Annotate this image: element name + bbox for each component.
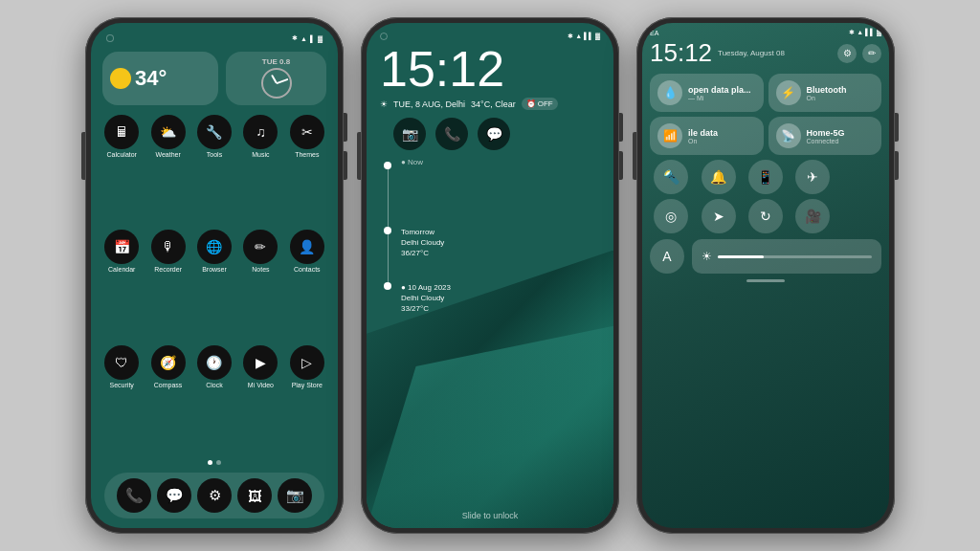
phone-home: ✱ ▲ ▌ ▓ 34° TUE 0.8 (85, 17, 344, 534)
timeline-line-2 (388, 234, 389, 282)
eye-comfort-toggle[interactable]: ◎ (654, 199, 688, 233)
brightness-control[interactable]: ☀ (692, 239, 881, 274)
brightness-icon: ☀ (702, 250, 712, 263)
app-compass[interactable]: 🧭 Compass (146, 345, 189, 454)
cc-date-display: Tuesday, August 08 (718, 49, 832, 57)
app-themes[interactable]: ✂ Themes (286, 115, 328, 224)
phone-control-center: EA ✱ ▲ ▌▌ ▓ 15:12 Tuesday, August 08 ⚙ ✏… (636, 17, 895, 534)
app-contacts[interactable]: 👤 Contacts (286, 230, 328, 339)
location-toggle[interactable]: ➤ (702, 199, 736, 233)
tomorrow-label: Tomorrow (401, 227, 600, 237)
flashlight-toggle[interactable]: 🔦 (654, 160, 688, 194)
app-recorder-label: Recorder (154, 266, 182, 274)
cc-time-row: 15:12 Tuesday, August 08 ⚙ ✏ (650, 38, 881, 68)
music-icon: ♫ (243, 115, 278, 149)
lock-date: TUE, 8 AUG, Delhi (393, 99, 465, 109)
dock-messages[interactable]: 💬 (157, 478, 191, 513)
bluetooth-tile[interactable]: ⚡ Bluetooth On (768, 74, 882, 112)
app-clock[interactable]: 🕐 Clock (193, 345, 235, 454)
lock-message-btn[interactable]: 💬 (478, 118, 510, 150)
data-tile[interactable]: 💧 open data pla... — Mi (650, 74, 764, 112)
mobile-data-tile[interactable]: 📶 ile data On (650, 117, 764, 155)
airplane-mode-toggle[interactable]: ✈ (795, 160, 830, 194)
lock-weather: 34°C, Clear (471, 99, 516, 109)
lock-phone-btn[interactable]: 📞 (435, 118, 468, 150)
timeline-line (388, 169, 389, 227)
dock-camera[interactable]: 📷 (278, 478, 312, 513)
wifi-status: Connected (807, 138, 845, 144)
toggle-spacer (839, 160, 874, 194)
do-not-disturb-toggle[interactable]: 🔔 (702, 160, 736, 194)
bluetooth-tile-name: Bluetooth (807, 85, 847, 95)
lock-screen: ✱ ▲ ▌▌ ▓ 15:12 ☀ TUE, 8 AUG, Delhi 34°C,… (367, 23, 613, 528)
alarm-indicator: ⏰ OFF (522, 98, 558, 110)
timeline-now-label: ● Now (401, 158, 423, 166)
app-music-label: Music (252, 151, 269, 159)
font-a-label: A (662, 249, 671, 264)
dock-gallery[interactable]: 🖼 (237, 478, 272, 513)
cc-status-icons: ✱ ▲ ▌▌ ▓ (849, 29, 881, 36)
lock-camera-cutout (380, 33, 388, 40)
edit-button[interactable]: ✏ (862, 44, 881, 63)
tomorrow-loc: Delhi Cloudy (401, 237, 600, 248)
play-store-icon: ▷ (290, 345, 324, 380)
app-recorder[interactable]: 🎙 Recorder (146, 230, 189, 339)
mobile-data-sub: On (688, 138, 718, 144)
wifi-tile[interactable]: 📡 Home-5G Connected (768, 117, 882, 155)
alarm-icon: ⏰ (526, 99, 536, 108)
app-mi-video[interactable]: ▶ Mi Video (239, 345, 281, 454)
notes-icon: ✏ (243, 230, 278, 264)
screen-mirror-toggle[interactable]: 📱 (748, 160, 783, 194)
themes-icon: ✂ (290, 115, 324, 149)
app-calendar[interactable]: 📅 Calendar (100, 230, 143, 339)
dock-settings[interactable]: ⚙ (197, 478, 232, 513)
battery-icon: ▓ (318, 35, 323, 42)
security-icon: 🛡 (104, 345, 139, 380)
camera-cutout (106, 34, 114, 42)
mobile-data-name: ile data (688, 128, 718, 138)
app-tools-label: Tools (207, 151, 222, 159)
home-indicator[interactable] (746, 279, 785, 282)
auto-rotate-toggle[interactable]: ↻ (748, 199, 783, 233)
toggles-row-2: ◎ ➤ ↻ 🎥 (650, 199, 881, 233)
app-calculator-label: Calculator (106, 151, 137, 159)
sun-icon (110, 68, 131, 89)
mobile-data-icon: 📶 (657, 123, 682, 148)
app-play-store[interactable]: ▷ Play Store (286, 345, 328, 454)
timeline-aug10-dot (384, 282, 391, 290)
clock-widget[interactable]: TUE 0.8 (226, 52, 326, 105)
sun-small-icon: ☀ (380, 99, 388, 109)
alarm-status: OFF (538, 99, 553, 108)
screen-record-toggle[interactable]: 🎥 (795, 199, 830, 233)
lock-quick-apps: 📷 📞 💬 (393, 118, 587, 150)
app-security-label: Security (110, 382, 134, 389)
contacts-icon: 👤 (290, 230, 324, 264)
app-tools[interactable]: 🔧 Tools (193, 115, 235, 224)
app-music[interactable]: ♫ Music (239, 115, 281, 224)
mi-video-icon: ▶ (243, 345, 278, 380)
recorder-icon: 🎙 (151, 230, 186, 264)
wifi-tile-text: Home-5G Connected (807, 128, 845, 144)
control-center-screen: EA ✱ ▲ ▌▌ ▓ 15:12 Tuesday, August 08 ⚙ ✏… (642, 23, 889, 528)
dock-phone[interactable]: 📞 (117, 478, 151, 513)
settings-gear-button[interactable]: ⚙ (837, 44, 857, 63)
bluetooth-tile-icon: ⚡ (776, 80, 801, 105)
app-notes[interactable]: ✏ Notes (239, 230, 281, 339)
bluetooth-tile-sub: On (807, 95, 847, 101)
weather-widget[interactable]: 34° (102, 52, 218, 105)
slide-to-unlock[interactable]: Slide to unlock (367, 511, 613, 528)
app-weather[interactable]: ⛅ Weather (146, 115, 189, 224)
compass-icon: 🧭 (151, 345, 186, 380)
lock-camera-btn[interactable]: 📷 (393, 118, 426, 150)
font-button[interactable]: A (650, 239, 684, 274)
app-calculator[interactable]: 🖩 Calculator (100, 115, 143, 224)
bluetooth-tile-text: Bluetooth On (807, 85, 847, 101)
minute-hand (276, 77, 288, 83)
cc-bottom-row: A ☀ (650, 239, 881, 274)
app-mi-video-label: Mi Video (248, 382, 274, 389)
cc-user-initials: EA (650, 30, 658, 36)
data-tile-text: open data pla... — Mi (688, 85, 751, 101)
app-security[interactable]: 🛡 Security (100, 345, 143, 454)
app-browser[interactable]: 🌐 Browser (193, 230, 235, 339)
app-calendar-label: Calendar (108, 266, 135, 274)
